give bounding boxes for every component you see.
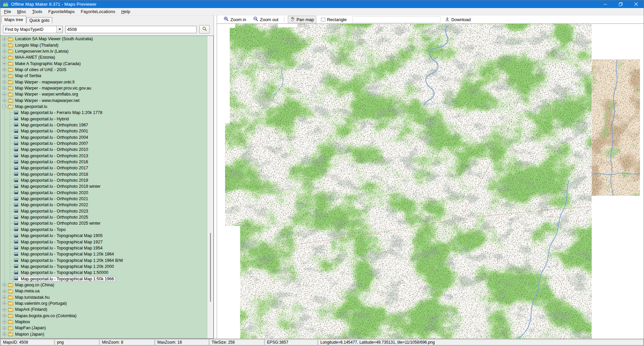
tab-quick-goto[interactable]: Quick goto (26, 17, 53, 23)
tree-item[interactable]: Map.geoportail.lu - Orthophoto 2016 (0, 159, 213, 165)
expand-toggle[interactable]: + (3, 80, 6, 83)
minimize-button[interactable] (597, 0, 613, 8)
tree-item[interactable]: Map.geoportail.lu - Topographical Map 1:… (0, 257, 213, 263)
panel-splitter[interactable] (214, 15, 217, 339)
expand-toggle[interactable]: − (3, 105, 6, 108)
tree-item[interactable]: +Map.geoq.cn (China) (0, 282, 213, 288)
tree-item[interactable]: +Mapas.bogota.gov.co (Colombia) (0, 312, 213, 319)
tree-item[interactable]: +Map of Serbia (0, 73, 213, 79)
restore-button[interactable] (613, 0, 628, 8)
menu-misc[interactable]: Misc (14, 9, 29, 14)
tree-item[interactable]: +Lvmgeoserver.lvm.lv (Latvia) (0, 48, 213, 54)
tree-item[interactable]: Map.geoportail.lu - Topographical Map 19… (0, 239, 213, 245)
expand-toggle[interactable]: + (3, 283, 6, 286)
expand-toggle[interactable]: + (3, 68, 6, 71)
tree-item[interactable]: +Map.valentim.org (Portugal) (0, 300, 213, 306)
map-layer-icon (14, 148, 19, 152)
tree-item[interactable]: Map.geoportail.lu - Orthophoto 2022 (0, 202, 213, 208)
tree-item[interactable]: +Location SA Map Viewer (South Australia… (0, 36, 213, 42)
tree-item[interactable]: Map.geoportail.lu - Orthophoto 2007 (0, 140, 213, 147)
tree-item[interactable]: Map.geoportail.lu - Topographical Map 1:… (0, 264, 213, 270)
expand-toggle[interactable]: + (3, 50, 6, 53)
tree-item[interactable]: −Map.geoportail.lu (0, 104, 213, 110)
tree-item[interactable]: Map.geoportail.lu - Orthophoto 2019 wint… (0, 183, 213, 189)
tree-guide-line (4, 190, 5, 196)
expand-toggle[interactable]: + (3, 44, 6, 47)
expand-toggle[interactable]: + (3, 302, 6, 305)
expand-toggle[interactable]: + (3, 314, 6, 317)
menu-tools[interactable]: Tools (29, 9, 45, 14)
expand-toggle[interactable]: + (3, 296, 6, 299)
tree-item[interactable]: Map.geoportail.lu - Orthophoto 2010 (0, 147, 213, 153)
tree-item[interactable]: +Mapbox (0, 319, 213, 325)
tree-item[interactable]: +Map Warper - mapwarper.onki.fi (0, 79, 213, 85)
tree-item[interactable]: +Make A Topographic Map (Canada) (0, 60, 213, 66)
download-button[interactable]: Download (443, 16, 473, 23)
tree-scrollbar[interactable] (207, 36, 213, 338)
tree-item[interactable]: +Mapion (Japan) (0, 331, 213, 337)
tree-item[interactable]: Map.geoportail.lu - Orthophoto 2025 wint… (0, 220, 213, 226)
pan-map-button[interactable]: Pan map (288, 16, 316, 23)
close-button[interactable] (628, 0, 644, 8)
tree-item[interactable]: Map.geoportail.lu - Topographical Map 19… (0, 233, 213, 239)
tree-scrollbar-thumb[interactable] (210, 233, 211, 302)
zoom-in-button[interactable]: Zoom in (221, 16, 249, 23)
search-mode-dropdown[interactable]: Find by MapsTypeID (3, 26, 63, 33)
expand-toggle[interactable]: + (3, 290, 6, 293)
expand-toggle[interactable]: + (3, 93, 6, 96)
tree-item[interactable]: Map.geoportail.lu - Topographical Map 19… (0, 245, 213, 251)
tree-item[interactable]: +Map of cities of UAE - 2GIS (0, 67, 213, 73)
expand-toggle[interactable]: + (3, 333, 6, 336)
tree-item[interactable]: +Map Warper - mapwarper.prov.vic.gov.au (0, 85, 213, 91)
menu-favoritelocations[interactable]: FavoriteLocations (78, 9, 118, 14)
expand-toggle[interactable]: + (3, 308, 6, 311)
tree-item[interactable]: Map.geoportail.lu - Topo (0, 227, 213, 233)
chevron-down-icon[interactable] (56, 26, 62, 33)
expand-toggle[interactable]: + (3, 86, 6, 90)
tree-item[interactable]: Map.geoportail.lu - Orthophoto 2013 (0, 153, 213, 159)
tree-item[interactable]: Map.geoportail.lu - Orthophoto 2019 (0, 177, 213, 183)
tree-item[interactable]: Map.geoportail.lu - Orthophoto 2020 (0, 190, 213, 196)
search-input[interactable] (65, 26, 197, 33)
map-canvas[interactable] (217, 23, 644, 339)
tree-item[interactable]: +Mappls (India) (0, 337, 213, 339)
expand-toggle[interactable]: + (3, 62, 6, 65)
tree-item[interactable]: Map.geoportail.lu - Orthophoto 2021 (0, 196, 213, 202)
rectangle-button[interactable]: Rectangle (319, 16, 349, 23)
expand-toggle[interactable]: + (3, 327, 6, 330)
search-button[interactable] (199, 25, 210, 34)
tree-item[interactable]: Map.geoportail.lu - Topographical Map 1:… (0, 251, 213, 257)
toolbar-input[interactable] (353, 16, 440, 23)
tree-item[interactable]: +Map Warper - www.mapwarper.net (0, 97, 213, 103)
menu-favoritemaps[interactable]: FavoriteMaps (45, 9, 78, 14)
expand-toggle[interactable]: + (3, 38, 6, 41)
tree-item[interactable]: +Map Warper - warper.wmflabs.org (0, 91, 213, 97)
folder-icon (8, 295, 13, 299)
expand-toggle[interactable]: + (3, 99, 6, 102)
tree-item[interactable]: Map.geoportail.lu - Orthophoto 2023 (0, 208, 213, 214)
tree-item[interactable]: Map.geoportail.lu - Orthophoto 2001 (0, 128, 213, 134)
tree-item[interactable]: Map.geoportail.lu - Orthophoto 1967 (0, 122, 213, 128)
tree-item[interactable]: +Map.meta.ua (0, 288, 213, 294)
tree-item[interactable]: Map.geoportail.lu - Orthophoto 2017 (0, 165, 213, 171)
zoom-out-button[interactable]: Zoom out (251, 16, 281, 23)
tab-maps-tree[interactable]: Maps tree (1, 16, 26, 23)
tree-item[interactable]: +MapFan (Japan) (0, 325, 213, 331)
menu-file[interactable]: File (1, 9, 14, 14)
expand-toggle[interactable]: + (3, 56, 6, 59)
expand-toggle[interactable]: + (3, 74, 6, 77)
tree-item[interactable]: Map.geoportail.lu - Ferraris Map 1:20k 1… (0, 110, 213, 116)
tree-item[interactable]: Map.geoportail.lu - Hybrid (0, 116, 213, 122)
menu-help[interactable]: Help (118, 9, 133, 14)
tree-item[interactable]: Map.geoportail.lu - Orthophoto 2004 (0, 134, 213, 140)
tree-item[interactable]: +Map.turistautak.hu (0, 294, 213, 300)
tree-item[interactable]: Map.geoportail.lu - Topographical Map 1:… (0, 270, 213, 276)
tree-guide-line (4, 177, 5, 183)
tree-item[interactable]: Map.geoportail.lu - Orthophoto 2018 (0, 171, 213, 177)
tree-item[interactable]: Map.geoportail.lu - Orthophoto 2025 (0, 214, 213, 220)
tree-item[interactable]: +MapAnt (Finland) (0, 306, 213, 312)
tree-item[interactable]: +MAA-AMET (Estonia) (0, 54, 213, 60)
tree-item[interactable]: Map.geoportail.lu - Topographical Map 1:… (0, 276, 213, 282)
tree-item[interactable]: +Longdo Map (Thailand) (0, 42, 213, 48)
expand-toggle[interactable]: + (3, 320, 6, 323)
